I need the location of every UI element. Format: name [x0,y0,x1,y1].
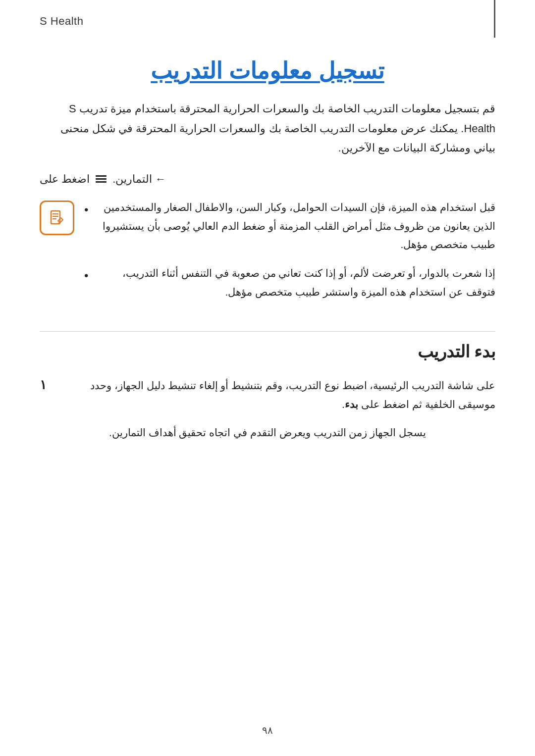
bullet-dot-1: • [84,199,88,220]
page-number: ٩٨ [262,724,273,736]
step-1: على شاشة التدريب الرئيسية، اضبط نوع التد… [40,376,495,414]
section-divider [40,331,495,332]
step-1-sub-text: يسجل الجهاز زمن التدريب ويعرض التقدم في … [40,423,495,442]
step-number-1: ١ [40,377,47,393]
bullets-text: قبل استخدام هذه الميزة، فإن السيدات الحو… [84,198,495,311]
instruction-prefix: اضغط على [40,173,90,186]
page-header: S Health [40,0,495,38]
section-heading: بدء التدريب [40,342,495,361]
page-container: S Health تسجيل معلومات التدريب قم بتسجيل… [0,0,535,756]
bullet-item-2: إذا شعرت بالدوار، أو تعرضت لألم، أو إذا … [84,264,495,302]
step-1-text: على شاشة التدريب الرئيسية، اضبط نوع التد… [90,380,495,410]
pencil-icon [47,208,67,228]
bullets-section: قبل استخدام هذه الميزة، فإن السيدات الحو… [40,198,495,311]
instruction-line: ← التمارين. اضغط على [40,173,495,186]
instruction-suffix: ← التمارين. [112,173,166,186]
page-title-section: تسجيل معلومات التدريب [40,57,495,84]
warning-icon-badge [40,201,74,235]
menu-icon [96,175,107,183]
bullet-text-2: إذا شعرت بالدوار، أو تعرضت لألم، أو إذا … [93,264,495,302]
app-title: S Health [40,15,83,28]
step-bold-word: بدء [345,399,358,410]
intro-paragraph: قم بتسجيل معلومات التدريب الخاصة بك والس… [40,99,495,158]
bullet-item-1: قبل استخدام هذه الميزة، فإن السيدات الحو… [84,198,495,254]
bullet-text-1: قبل استخدام هذه الميزة، فإن السيدات الحو… [93,198,495,254]
bullet-dot-2: • [84,265,88,286]
main-heading: تسجيل معلومات التدريب [40,57,495,84]
step-1-content: على شاشة التدريب الرئيسية، اضبط نوع التد… [56,376,495,414]
